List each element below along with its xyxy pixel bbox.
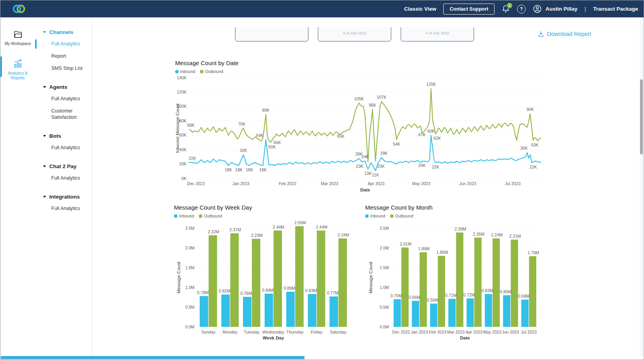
bar-inbound-thursday[interactable]	[286, 292, 295, 327]
data-label: 65K	[337, 134, 345, 139]
nav-item-channels-full-analytics[interactable]: Full Analytics	[35, 41, 91, 47]
rail-item-my-workspace[interactable]: My Workspace	[0, 29, 35, 47]
bar-inbound-friday[interactable]	[308, 294, 316, 327]
bar-outbound-may-2023[interactable]	[493, 238, 500, 327]
bar-outbound-jun-2023[interactable]	[511, 240, 518, 327]
data-label: 96K	[369, 103, 376, 107]
data-label: 2.23M	[251, 233, 263, 238]
bar-inbound-apr-2023[interactable]	[467, 298, 474, 327]
help-icon[interactable]: ?	[517, 5, 526, 13]
legend-item-outbound[interactable]: Outbound	[199, 214, 222, 218]
nav-group-header-integrations[interactable]: Integrations	[35, 194, 91, 200]
x-tick-label: Friday	[311, 330, 323, 334]
bar-inbound-jun-2023[interactable]	[503, 295, 510, 327]
bar-outbound-feb-2023[interactable]	[438, 256, 445, 327]
horizontal-scrollbar-thumb[interactable]	[1, 356, 304, 359]
bar-inbound-sunday[interactable]	[200, 296, 208, 327]
bar-outbound-friday[interactable]	[317, 231, 325, 327]
bar-inbound-mar-2023[interactable]	[448, 299, 455, 327]
x-tick-label: May 2023	[412, 181, 430, 186]
nav-item-chat-2-pay-full-analytics[interactable]: Full Analytics	[35, 175, 91, 182]
data-label: 22K	[189, 156, 196, 161]
x-tick-label: Feb 2023	[279, 181, 297, 186]
brand-logo-icon[interactable]	[11, 4, 26, 14]
nav-group-channels: ChannelsFull AnalyticsReportSMS Stop Lis…	[35, 29, 91, 72]
bar-outbound-wednesday[interactable]	[274, 231, 282, 327]
bar-inbound-tuesday[interactable]	[243, 297, 251, 327]
data-label: 2.24M	[491, 232, 502, 237]
nav-item-bots-full-analytics[interactable]: Full Analytics	[35, 144, 91, 151]
chevron-down-icon	[43, 31, 46, 33]
legend-item-inbound[interactable]: Inbound	[174, 214, 194, 218]
nav-group-header-channels[interactable]: Channels	[35, 29, 91, 35]
vertical-scrollbar[interactable]	[640, 17, 643, 356]
data-label: 33K	[240, 148, 247, 153]
y-tick-label: 40K	[179, 147, 187, 152]
x-axis-title: Date	[460, 336, 470, 340]
data-label: 2.24M	[338, 232, 349, 237]
bar-outbound-apr-2023[interactable]	[474, 238, 482, 327]
nav-item-agents-customer-satisfaction[interactable]: Customer Satisfaction	[35, 108, 91, 121]
data-label: 0.77M	[327, 291, 338, 295]
bar-outbound-saturday[interactable]	[338, 238, 347, 327]
date-filter-3[interactable]: 9 of July 2023	[401, 27, 474, 41]
bar-outbound-jan-2023[interactable]	[420, 252, 427, 327]
nav-group-header-agents[interactable]: Agents	[35, 84, 91, 90]
bar-chart-canvas[interactable]: 0.0M0.5M1.0M1.5M2.0M2.5MDec 20220.70M2.0…	[365, 218, 549, 345]
bar-outbound-sunday[interactable]	[209, 235, 217, 327]
bar-outbound-thursday[interactable]	[295, 226, 304, 327]
data-label: 18K	[259, 167, 267, 172]
bar-outbound-tuesday[interactable]	[252, 239, 260, 327]
nav-item-channels-report[interactable]: Report	[35, 53, 91, 60]
notifications-button[interactable]: 1	[502, 4, 510, 13]
data-label: 2.55M	[294, 220, 306, 225]
bar-inbound-jan-2023[interactable]	[412, 301, 419, 327]
bar-inbound-wednesday[interactable]	[265, 294, 273, 327]
bar-outbound-dec-2022[interactable]	[401, 248, 409, 327]
analytics-icon	[13, 58, 23, 69]
legend-item-outbound[interactable]: Outbound	[200, 69, 223, 74]
nav-item-integrations-full-analytics[interactable]: Full Analytics	[35, 205, 91, 212]
data-label: 2.26M	[473, 232, 484, 236]
date-filter-1[interactable]	[235, 27, 308, 41]
legend-item-inbound[interactable]: Inbound	[365, 214, 385, 218]
header-divider: |	[584, 6, 586, 12]
legend-item-inbound[interactable]: Inbound	[175, 69, 195, 74]
line-chart-canvas[interactable]: 0K20K40K60K80K100K120K140KDec 2022Jan 20…	[175, 74, 544, 194]
rail-item-analytics-reports[interactable]: Analytics & Reports	[0, 58, 35, 81]
date-filter-2[interactable]: 9 of July 2023	[318, 27, 391, 41]
data-label: 107K	[377, 95, 386, 99]
data-label: 68K	[187, 123, 195, 128]
rail-item-label: Analytics & Reports	[0, 71, 35, 81]
bar-inbound-dec-2022[interactable]	[394, 299, 401, 327]
bar-outbound-monday[interactable]	[230, 233, 239, 327]
nav-item-agents-full-analytics[interactable]: Full Analytics	[35, 96, 91, 102]
nav-group-header-bots[interactable]: Bots	[35, 133, 91, 139]
nav-group-header-chat-2-pay[interactable]: Chat 2 Pay	[35, 163, 91, 169]
x-axis-title: Date	[360, 188, 370, 192]
legend-dot-inbound	[175, 70, 179, 73]
bar-outbound-jul-2023[interactable]	[529, 256, 536, 327]
user-menu[interactable]: Austin Pillay	[533, 4, 577, 13]
legend-dot-outbound	[200, 70, 203, 73]
nav-item-channels-sms-stop-list[interactable]: SMS Stop List	[35, 65, 91, 72]
classic-view-link[interactable]: Classic View	[404, 6, 437, 12]
x-tick-label: Apr 2023	[466, 330, 483, 334]
data-label: 0.78M	[197, 290, 209, 295]
contact-support-button[interactable]: Contact Support	[443, 4, 495, 15]
bar-inbound-feb-2023[interactable]	[430, 304, 437, 327]
bar-inbound-jul-2023[interactable]	[521, 300, 528, 327]
bar-inbound-monday[interactable]	[221, 294, 230, 327]
bar-inbound-saturday[interactable]	[330, 296, 338, 327]
bar-outbound-mar-2023[interactable]	[456, 232, 463, 327]
bar-inbound-may-2023[interactable]	[485, 294, 492, 327]
bar-chart-canvas[interactable]: 0.0M0.5M1.0M1.5M2.0M2.5MSunday0.78M2.32M…	[174, 218, 355, 345]
vertical-scrollbar-thumb[interactable]	[640, 79, 643, 154]
download-report-button[interactable]: Download Report	[538, 30, 591, 38]
horizontal-scrollbar[interactable]	[1, 356, 640, 359]
legend-label: Inbound	[179, 214, 194, 218]
x-tick-label: Jun 2023	[459, 181, 476, 186]
legend-item-outbound[interactable]: Outbound	[390, 214, 413, 218]
data-label: 54K	[256, 133, 263, 138]
data-label: 50K	[268, 144, 276, 149]
